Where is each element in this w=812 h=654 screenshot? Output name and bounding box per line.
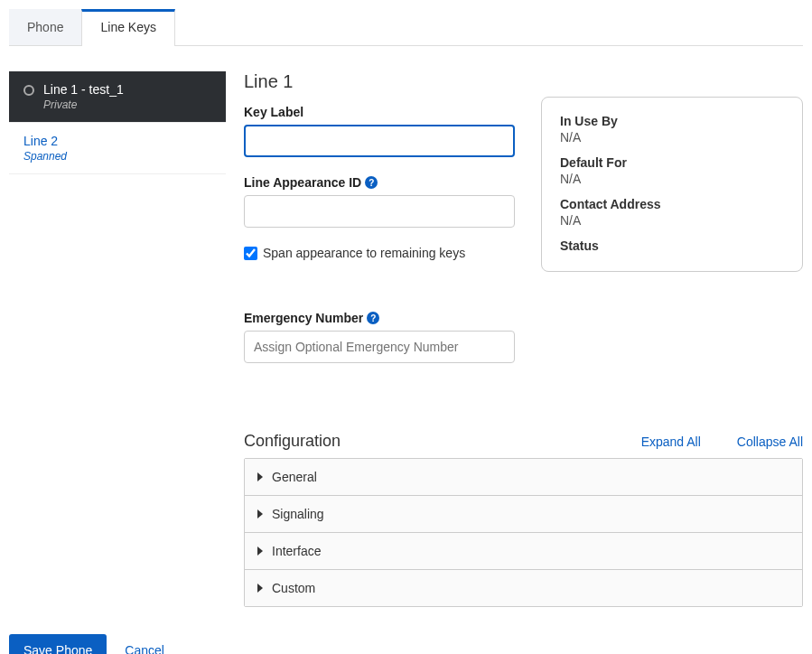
save-phone-button[interactable]: Save Phone [9, 634, 107, 654]
page-title: Line 1 [244, 71, 523, 92]
in-use-by-label: In Use By [560, 114, 784, 128]
sidebar-item-subtitle: Private [43, 98, 124, 111]
contact-address-value: N/A [560, 213, 784, 228]
span-checkbox[interactable] [244, 247, 257, 260]
help-icon[interactable]: ? [365, 176, 378, 189]
line-appearance-label: Line Appearance ID ? [244, 175, 523, 190]
accordion-item-general[interactable]: General [245, 459, 802, 496]
accordion-label: Signaling [272, 507, 324, 521]
accordion-item-interface[interactable]: Interface [245, 533, 802, 570]
sidebar-item-line-2[interactable]: Line 2 Spanned [9, 123, 226, 174]
accordion-label: General [272, 470, 317, 484]
tab-bar: Phone Line Keys [9, 9, 803, 46]
line-sidebar: Line 1 - test_1 Private Line 2 Spanned [9, 71, 226, 607]
accordion-label: Interface [272, 544, 321, 558]
tab-phone[interactable]: Phone [9, 9, 81, 45]
status-label: Status [560, 238, 784, 253]
span-checkbox-label: Span appearance to remaining keys [263, 246, 465, 260]
accordion-item-signaling[interactable]: Signaling [245, 496, 802, 533]
sidebar-item-subtitle: Spanned [23, 150, 211, 163]
line-appearance-label-text: Line Appearance ID [244, 175, 361, 190]
contact-address-label: Contact Address [560, 197, 784, 211]
line-appearance-input[interactable] [244, 195, 515, 228]
help-icon[interactable]: ? [367, 312, 379, 324]
sidebar-item-line-1[interactable]: Line 1 - test_1 Private [9, 71, 226, 123]
caret-right-icon [257, 472, 263, 481]
configuration-heading: Configuration [244, 432, 341, 451]
caret-right-icon [257, 547, 263, 556]
default-for-value: N/A [560, 172, 784, 186]
collapse-all-link[interactable]: Collapse All [737, 434, 803, 449]
caret-right-icon [257, 584, 263, 593]
info-panel: In Use By N/A Default For N/A Contact Ad… [541, 97, 803, 272]
cancel-link[interactable]: Cancel [125, 643, 164, 654]
sidebar-item-title: Line 1 - test_1 [43, 82, 124, 97]
config-accordion: General Signaling Interface Custom [244, 458, 803, 607]
emergency-input[interactable] [244, 331, 515, 363]
sidebar-item-title: Line 2 [23, 134, 211, 148]
tab-line-keys[interactable]: Line Keys [81, 9, 174, 46]
caret-right-icon [257, 509, 263, 519]
in-use-by-value: N/A [560, 130, 784, 145]
expand-all-link[interactable]: Expand All [641, 434, 701, 449]
accordion-item-custom[interactable]: Custom [245, 570, 802, 606]
emergency-label-text: Emergency Number [244, 311, 363, 325]
radio-icon [23, 85, 34, 96]
default-for-label: Default For [560, 155, 784, 170]
accordion-label: Custom [272, 581, 315, 595]
key-label-label: Key Label [244, 105, 523, 119]
key-label-input[interactable] [244, 125, 515, 157]
emergency-label: Emergency Number ? [244, 311, 523, 325]
